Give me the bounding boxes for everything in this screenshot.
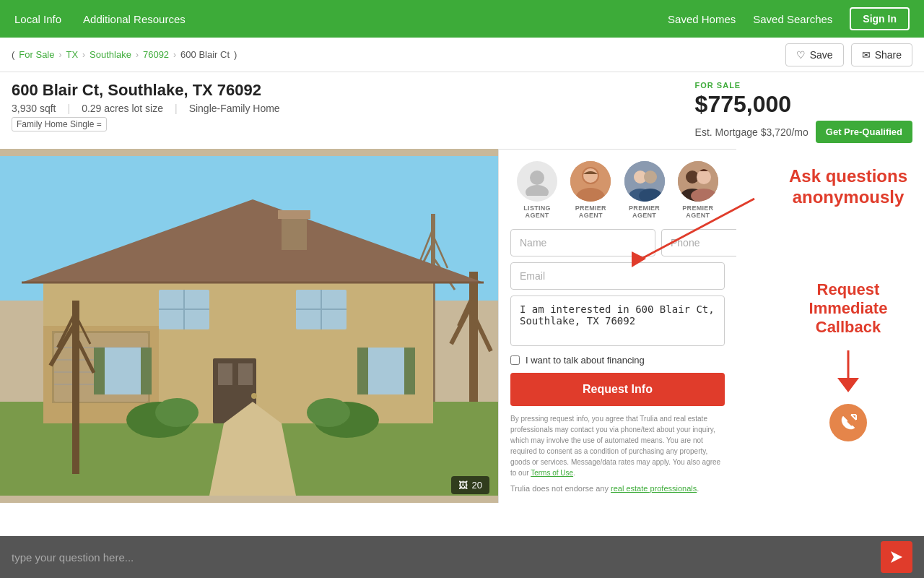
svg-point-24 (251, 393, 257, 399)
svg-rect-7 (469, 272, 478, 402)
home-type: Single-Family Home (189, 103, 280, 114)
mortgage-est: Est. Mortgage $3,720/mo (695, 126, 808, 138)
bc-city[interactable]: Southlake (90, 49, 131, 60)
mail-icon: ✉ (862, 49, 871, 61)
send-icon (889, 550, 904, 564)
bc-sep-2: › (82, 50, 85, 60)
sqft: 3,930 sqft (12, 103, 56, 114)
property-info-row: 600 Blair Ct, Southlake, TX 76092 3,930 … (0, 72, 924, 149)
breadcrumb-actions: ♡ Save ✉ Share (785, 43, 912, 66)
save-button[interactable]: ♡ Save (785, 43, 844, 66)
agent-1-avatar (517, 161, 557, 202)
form-email-row (510, 262, 725, 290)
svg-marker-72 (891, 551, 902, 563)
additional-resources-link[interactable]: Additional Resources (83, 13, 186, 25)
main-content: 🖼 20 LISTINGAGENT (0, 149, 924, 503)
bc-address: 600 Blair Ct (180, 49, 230, 60)
terms-link[interactable]: Terms of Use (531, 469, 573, 477)
saved-searches-link[interactable]: Saved Searches (753, 13, 832, 25)
phone-icon (839, 413, 858, 432)
agent-3-avatar (624, 161, 665, 202)
local-info-link[interactable]: Local Info (14, 13, 61, 25)
professionals-link[interactable]: real estate professionals (611, 484, 697, 493)
agent-4: PREMIERAGENT (678, 161, 718, 219)
svg-rect-32 (368, 348, 404, 394)
property-details: 600 Blair Ct, Southlake, TX 76092 3,930 … (12, 81, 681, 131)
agent-4-avatar (678, 161, 718, 202)
bc-for-sale[interactable]: For Sale (19, 49, 54, 60)
saved-homes-link[interactable]: Saved Homes (668, 13, 736, 25)
agent-1-label: LISTINGAGENT (523, 204, 551, 219)
svg-point-41 (307, 398, 350, 427)
svg-point-40 (155, 398, 199, 427)
agent-3: PREMIERAGENT (624, 161, 665, 219)
for-sale-label: FOR SALE (695, 81, 912, 90)
financing-label: I want to talk about financing (526, 355, 645, 366)
bc-sep-1: › (58, 50, 61, 60)
heart-icon: ♡ (796, 49, 806, 61)
prequalify-button[interactable]: Get Pre-Qualified (816, 121, 912, 143)
name-input[interactable] (510, 229, 655, 256)
top-navigation: Local Info Additional Resources Saved Ho… (0, 0, 924, 38)
bc-zip[interactable]: 76092 (143, 49, 169, 60)
svg-rect-31 (105, 348, 141, 394)
property-price-value: $775,000 (695, 91, 912, 118)
svg-rect-33 (94, 348, 105, 394)
image-icon: 🖼 (458, 480, 468, 491)
request-info-button[interactable]: Request Info (510, 373, 725, 406)
svg-rect-36 (404, 348, 415, 394)
chat-input[interactable] (12, 551, 873, 564)
svg-rect-23 (238, 363, 253, 385)
svg-rect-22 (218, 363, 232, 385)
svg-point-50 (526, 185, 549, 196)
svg-point-49 (530, 171, 544, 185)
agent-2: PREMIERAGENT (570, 161, 611, 219)
svg-line-69 (851, 415, 856, 420)
bc-state[interactable]: TX (66, 49, 78, 60)
form-name-phone-row (510, 229, 725, 256)
bc-close-paren: ) (234, 49, 237, 60)
breadcrumb: ( For Sale › TX › Southlake › 76092 › 60… (12, 49, 785, 60)
agents-row: LISTINGAGENT PREMIERAGENT (510, 161, 725, 219)
agent-4-label: PREMIERAGENT (682, 204, 713, 219)
svg-rect-48 (278, 210, 310, 219)
message-textarea[interactable]: I am interested in 600 Blair Ct, Southla… (510, 296, 725, 346)
agent-3-label: PREMIERAGENT (629, 204, 660, 219)
bc-sep-4: › (173, 50, 176, 60)
property-specs: 3,930 sqft | 0.29 acres lot size | Singl… (12, 103, 681, 114)
agent-2-label: PREMIERAGENT (575, 204, 606, 219)
bottom-bar (0, 536, 924, 578)
agent-1: LISTINGAGENT (517, 161, 557, 219)
financing-checkbox[interactable] (510, 355, 520, 365)
property-address: 600 Blair Ct, Southlake, TX 76092 (12, 81, 681, 100)
sign-in-button[interactable]: Sign In (850, 7, 910, 30)
financing-checkbox-row: I want to talk about financing (510, 355, 725, 366)
svg-point-54 (583, 168, 598, 183)
breadcrumb-bar: ( For Sale › TX › Southlake › 76092 › 60… (0, 38, 924, 72)
property-photo-section[interactable]: 🖼 20 (0, 149, 498, 503)
svg-point-62 (697, 170, 711, 184)
home-type-tag: Family Home Single = (12, 117, 107, 131)
agent-2-avatar (570, 161, 611, 202)
email-input[interactable] (510, 262, 725, 290)
share-button[interactable]: ✉ Share (851, 43, 912, 66)
svg-rect-35 (357, 348, 368, 394)
svg-point-57 (644, 171, 657, 184)
lot-size: 0.29 acres lot size (82, 103, 163, 114)
bc-open-paren: ( (12, 49, 14, 60)
contact-panel: LISTINGAGENT PREMIERAGENT (498, 149, 736, 503)
phone-input[interactable] (661, 229, 736, 256)
disclaimer-text: By pressing request info, you agree that… (510, 413, 725, 478)
no-endorse-text: Trulia does not endorse any real estate … (510, 484, 725, 493)
svg-rect-34 (141, 348, 152, 394)
photo-count[interactable]: 🖼 20 (451, 476, 489, 494)
send-button[interactable] (881, 541, 912, 573)
property-price: FOR SALE $775,000 Est. Mortgage $3,720/m… (681, 81, 912, 143)
callback-button[interactable] (829, 404, 867, 441)
svg-rect-47 (282, 214, 307, 250)
bc-sep-3: › (136, 50, 139, 60)
mortgage-line: Est. Mortgage $3,720/mo Get Pre-Qualifie… (695, 121, 912, 143)
